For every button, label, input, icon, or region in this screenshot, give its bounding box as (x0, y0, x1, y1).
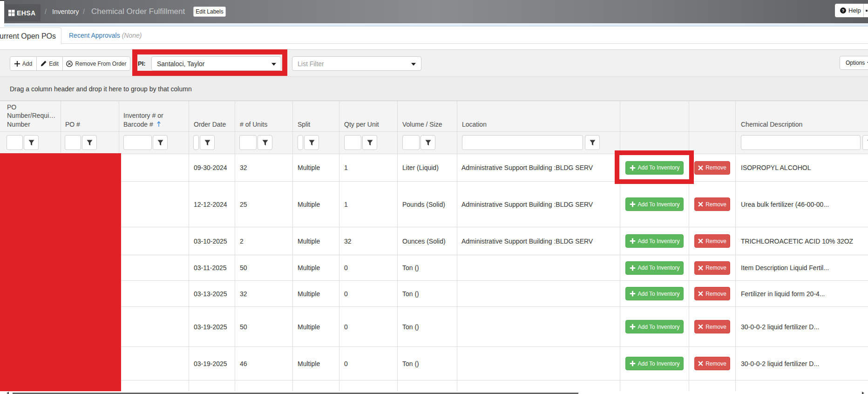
svg-text:?: ? (842, 8, 844, 13)
